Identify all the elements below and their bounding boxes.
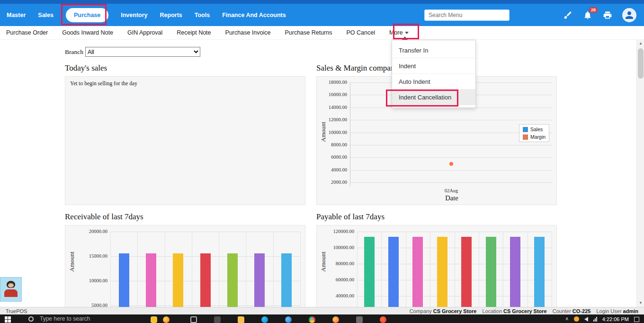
page-scrollbar[interactable]: ▲ ▼ <box>636 40 644 307</box>
payable-title: Payable of last 7days <box>316 212 557 222</box>
y-tick-label: 2000.00 <box>309 179 347 185</box>
chart-legend: Sales Margin <box>519 124 549 142</box>
branch-select[interactable]: All <box>85 47 200 57</box>
taskbar-search[interactable]: Type here to search <box>40 315 90 322</box>
y-tick-label: 10000.00 <box>309 130 347 135</box>
pinned-app-icon-2[interactable] <box>163 316 170 323</box>
nav-finance-and-accounts[interactable]: Finance And Accounts <box>222 12 286 18</box>
dropdown-item-indent-cancellation[interactable]: Indent Cancellation <box>392 90 475 105</box>
pinned-app-icon-1[interactable] <box>151 316 157 323</box>
tray-expand-icon[interactable]: ∧ <box>565 316 568 322</box>
y-tick-label: 4000.00 <box>309 167 347 172</box>
edge-icon[interactable] <box>261 316 268 323</box>
receivable-title: Receivable of last 7days <box>65 212 305 222</box>
mascot-widget[interactable] <box>0 277 22 302</box>
user-avatar[interactable] <box>622 8 636 22</box>
more-label: More <box>389 29 402 36</box>
sub-nav: Purchase Order Goods Inward Note GIN App… <box>0 26 644 40</box>
branch-label: Branch <box>65 48 83 56</box>
legend-item-margin: Margin <box>523 134 546 140</box>
firefox-icon[interactable] <box>332 316 339 323</box>
dropdown-caret-icon <box>402 36 408 40</box>
gridline <box>350 170 553 170</box>
subnav-purchase-returns[interactable]: Purchase Returns <box>285 29 332 36</box>
margin-swatch <box>523 135 528 140</box>
app-icon-2[interactable] <box>285 316 292 323</box>
nav-purchase[interactable]: Purchase <box>66 8 108 22</box>
clock[interactable]: 4:22:06 PM <box>602 316 629 322</box>
legend-sales-label: Sales <box>530 126 543 132</box>
subnav-goods-inward-note[interactable]: Goods Inward Note <box>62 29 113 36</box>
y-tick-label: 40000.00 <box>316 293 354 298</box>
sales-swatch <box>523 127 528 132</box>
main-content: Branch All Today's sales Yet to begin se… <box>0 40 644 323</box>
y-tick-label: 6000.00 <box>309 154 347 160</box>
y-axis-line <box>350 82 350 186</box>
status-bar: TruePOS CompanyCS Grocery Store Location… <box>0 307 644 314</box>
status-fields: CompanyCS Grocery Store LocationCS Groce… <box>410 308 638 314</box>
y-tick-label: 10000.00 <box>70 278 107 283</box>
brush-icon[interactable] <box>563 10 573 20</box>
action-center-icon[interactable] <box>634 317 639 322</box>
scrollbar-down-arrow[interactable]: ▼ <box>637 299 644 307</box>
search-menu-input[interactable] <box>424 9 510 21</box>
gridline <box>350 157 553 158</box>
subnav-purchase-invoice[interactable]: Purchase Invoice <box>225 29 271 36</box>
scrollbar-thumb[interactable] <box>638 48 644 79</box>
nav-sales[interactable]: Sales <box>38 12 54 18</box>
subnav-more[interactable]: More <box>389 29 409 36</box>
dropdown-item-auto-indent[interactable]: Auto Indent <box>392 74 475 90</box>
y-tick-label: 20000.00 <box>70 229 107 234</box>
volume-icon[interactable] <box>584 317 588 322</box>
gridline <box>350 145 553 145</box>
app-icon-3[interactable] <box>356 316 363 323</box>
tray-app-icon[interactable] <box>574 316 579 322</box>
y-tick-label: 16000.00 <box>309 92 347 97</box>
y-tick-label: 120000.00 <box>316 229 354 234</box>
status-company: CompanyCS Grocery Store <box>410 308 477 314</box>
y-tick-label: 8000.00 <box>309 142 347 147</box>
nav-master[interactable]: Master <box>7 12 26 18</box>
network-icon[interactable] <box>593 317 597 322</box>
gridline <box>350 120 553 120</box>
windows-taskbar: Type here to search ∧ 4:22:06 PM <box>0 314 644 323</box>
dropdown-item-transfer-in[interactable]: Transfer In <box>392 43 475 58</box>
chevron-down-icon <box>405 32 409 34</box>
status-login-user: Login Useradmin <box>596 308 638 314</box>
task-view-icon[interactable] <box>190 316 197 323</box>
nav-reports[interactable]: Reports <box>160 12 182 18</box>
subnav-gin-approval[interactable]: GIN Approval <box>127 29 162 36</box>
data-point <box>449 162 453 166</box>
start-button[interactable] <box>5 316 11 323</box>
browser-top-strip <box>0 0 644 4</box>
nav-inventory[interactable]: Inventory <box>121 12 147 18</box>
today-sales-panel: Yet to begin selling for the day <box>65 76 305 205</box>
subnav-receipt-note[interactable]: Receipt Note <box>177 29 211 36</box>
topnav-icons: 28 <box>563 8 636 22</box>
subnav-po-cancel[interactable]: PO Cancel <box>347 29 375 36</box>
chrome-icon[interactable] <box>309 316 315 323</box>
top-nav: Master Sales Purchase Inventory Reports … <box>0 4 644 26</box>
y-tick-label: 14000.00 <box>309 105 347 110</box>
subnav-purchase-order[interactable]: Purchase Order <box>6 29 48 36</box>
receivable-cell: Receivable of last 7days 20000.0015000.0… <box>65 212 305 323</box>
gridline <box>350 182 553 183</box>
branch-row: Branch All <box>65 47 644 57</box>
gridline <box>110 232 300 232</box>
payable-cell: Payable of last 7days 120000.00100000.00… <box>316 212 557 323</box>
printer-icon[interactable] <box>602 10 613 20</box>
dropdown-item-indent[interactable]: Indent <box>392 58 475 74</box>
app-icon-4[interactable] <box>380 316 386 323</box>
y-tick-label: 60000.00 <box>316 277 354 282</box>
bell-icon[interactable]: 28 <box>582 10 593 20</box>
status-counter: CounterCO-225 <box>553 308 591 314</box>
scrollbar-up-arrow[interactable]: ▲ <box>637 40 644 47</box>
file-explorer-icon[interactable] <box>238 316 244 323</box>
y-tick-label: 18000.00 <box>309 80 347 85</box>
payable-ylabel: Amount <box>320 251 327 272</box>
mascot-body <box>4 289 18 297</box>
today-sales-cell: Today's sales Yet to begin selling for t… <box>65 63 305 205</box>
nav-tools[interactable]: Tools <box>195 12 210 18</box>
app-icon-1[interactable] <box>214 316 221 323</box>
screen: Master Sales Purchase Inventory Reports … <box>0 0 644 323</box>
